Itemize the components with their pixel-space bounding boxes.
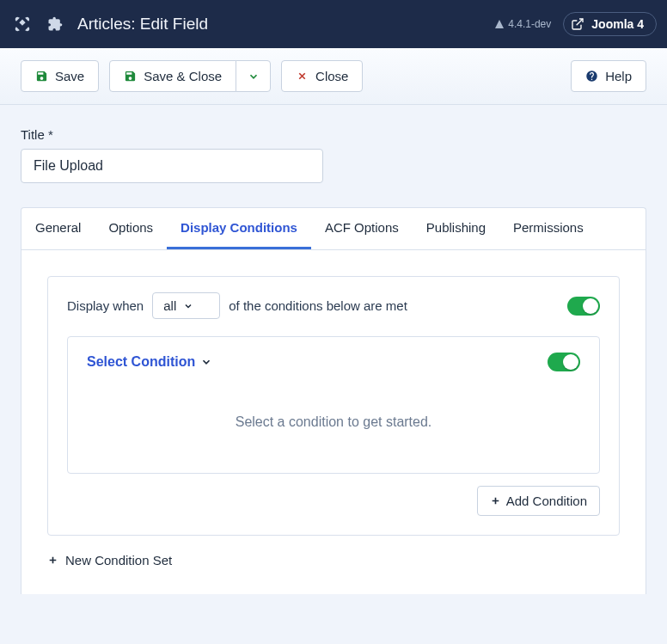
select-condition-label: Select Condition bbox=[87, 354, 195, 370]
help-label: Help bbox=[605, 69, 632, 83]
condition-item: Select Condition Select a condition to g… bbox=[67, 336, 600, 474]
puzzle-icon bbox=[46, 15, 65, 34]
display-when-prefix: Display when bbox=[67, 298, 144, 313]
condition-set-panel: Display when all of the conditions below… bbox=[47, 276, 620, 536]
tab-content: Display when all of the conditions below… bbox=[21, 250, 646, 594]
version-label[interactable]: 4.4.1-dev bbox=[494, 18, 551, 30]
page-title: Articles: Edit Field bbox=[77, 15, 208, 34]
help-icon bbox=[585, 70, 598, 83]
tab-permissions[interactable]: Permissions bbox=[499, 208, 597, 249]
title-label: Title * bbox=[21, 127, 646, 142]
save-close-label: Save & Close bbox=[144, 69, 222, 83]
new-condition-set-button[interactable]: New Condition Set bbox=[47, 553, 172, 567]
condition-set-toggle[interactable] bbox=[567, 297, 600, 316]
tab-publishing[interactable]: Publishing bbox=[413, 208, 499, 249]
joomla-badge[interactable]: Joomla 4 bbox=[563, 12, 657, 36]
save-icon bbox=[35, 70, 48, 83]
tab-display-conditions[interactable]: Display Conditions bbox=[167, 208, 311, 249]
close-button[interactable]: Close bbox=[281, 60, 363, 92]
joomla-badge-label: Joomla 4 bbox=[591, 17, 644, 31]
close-label: Close bbox=[315, 69, 348, 83]
condition-item-header: Select Condition bbox=[87, 353, 580, 371]
new-condition-set-label: New Condition Set bbox=[65, 553, 172, 567]
save-close-group: Save & Close bbox=[109, 60, 271, 92]
toolbar: Save Save & Close Close Help bbox=[0, 48, 667, 105]
version-text: 4.4.1-dev bbox=[508, 18, 551, 30]
match-selector[interactable]: all bbox=[152, 292, 220, 319]
close-icon bbox=[296, 70, 309, 83]
title-area: Title * bbox=[0, 105, 667, 190]
tab-general[interactable]: General bbox=[21, 208, 95, 249]
condition-placeholder: Select a condition to get started. bbox=[87, 371, 580, 439]
condition-footer: Add Condition bbox=[67, 486, 600, 516]
plus-icon bbox=[490, 495, 501, 506]
help-button[interactable]: Help bbox=[571, 60, 646, 92]
save-icon bbox=[124, 70, 137, 83]
joomla-logo-icon[interactable] bbox=[10, 12, 34, 36]
chevron-down-icon bbox=[247, 70, 260, 83]
save-close-dropdown[interactable] bbox=[236, 60, 271, 92]
condition-toggle[interactable] bbox=[548, 353, 580, 371]
save-button[interactable]: Save bbox=[21, 60, 99, 92]
tabs: General Options Display Conditions ACF O… bbox=[21, 208, 646, 250]
topbar-right: 4.4.1-dev Joomla 4 bbox=[494, 12, 657, 36]
chevron-down-icon bbox=[200, 356, 212, 368]
title-input[interactable] bbox=[21, 149, 323, 183]
chevron-down-icon bbox=[183, 301, 193, 311]
tab-card: General Options Display Conditions ACF O… bbox=[21, 207, 646, 594]
external-link-icon bbox=[571, 17, 584, 31]
display-when-suffix: of the conditions below are met bbox=[229, 298, 407, 313]
tab-acf-options[interactable]: ACF Options bbox=[311, 208, 413, 249]
save-close-button[interactable]: Save & Close bbox=[109, 60, 236, 92]
tab-options[interactable]: Options bbox=[95, 208, 167, 249]
add-condition-button[interactable]: Add Condition bbox=[477, 486, 600, 516]
topbar: Articles: Edit Field 4.4.1-dev Joomla 4 bbox=[0, 0, 667, 48]
select-condition-button[interactable]: Select Condition bbox=[87, 354, 212, 370]
match-selector-value: all bbox=[163, 298, 176, 313]
save-label: Save bbox=[55, 69, 84, 83]
add-condition-label: Add Condition bbox=[506, 494, 587, 508]
plus-icon bbox=[47, 555, 58, 566]
topbar-left: Articles: Edit Field bbox=[10, 12, 494, 36]
condition-set-header: Display when all of the conditions below… bbox=[67, 292, 600, 319]
